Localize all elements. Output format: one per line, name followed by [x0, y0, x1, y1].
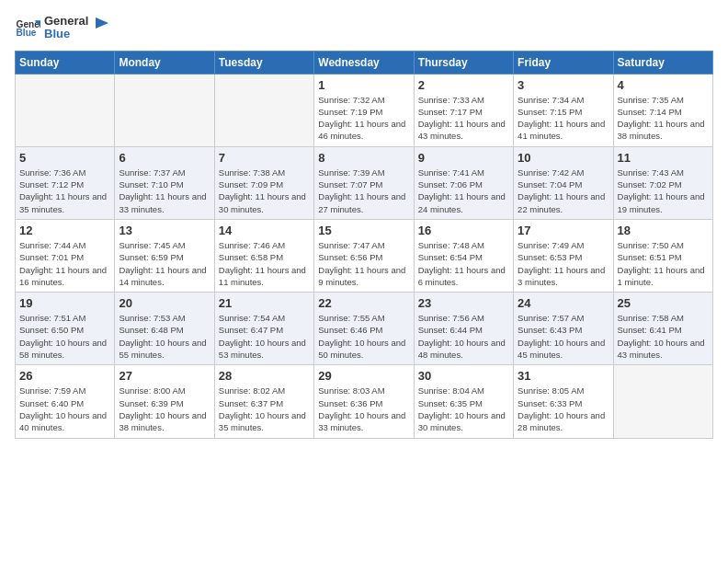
weekday-header-saturday: Saturday [613, 51, 712, 74]
day-info: Sunrise: 7:36 AM Sunset: 7:12 PM Dayligh… [19, 167, 110, 215]
calendar-cell: 9Sunrise: 7:41 AM Sunset: 7:06 PM Daylig… [414, 146, 513, 219]
calendar-cell: 21Sunrise: 7:54 AM Sunset: 6:47 PM Dayli… [214, 293, 313, 365]
day-number: 21 [219, 296, 310, 310]
day-info: Sunrise: 7:42 AM Sunset: 7:04 PM Dayligh… [518, 167, 609, 215]
day-number: 30 [418, 369, 509, 383]
calendar-week-row: 19Sunrise: 7:51 AM Sunset: 6:50 PM Dayli… [16, 293, 713, 365]
calendar-cell: 28Sunrise: 8:02 AM Sunset: 6:37 PM Dayli… [214, 365, 313, 438]
logo-icon: General Blue [15, 15, 40, 40]
weekday-header-sunday: Sunday [16, 51, 115, 74]
day-info: Sunrise: 7:34 AM Sunset: 7:15 PM Dayligh… [518, 94, 609, 143]
calendar-cell: 19Sunrise: 7:51 AM Sunset: 6:50 PM Dayli… [16, 293, 115, 365]
day-number: 4 [618, 78, 709, 92]
calendar-cell: 31Sunrise: 8:05 AM Sunset: 6:33 PM Dayli… [514, 365, 613, 438]
calendar-cell: 11Sunrise: 7:43 AM Sunset: 7:02 PM Dayli… [613, 146, 712, 219]
day-info: Sunrise: 7:39 AM Sunset: 7:07 PM Dayligh… [318, 167, 409, 215]
calendar-cell: 14Sunrise: 7:46 AM Sunset: 6:58 PM Dayli… [214, 219, 313, 292]
day-number: 29 [318, 369, 409, 383]
calendar-cell: 20Sunrise: 7:53 AM Sunset: 6:48 PM Dayli… [115, 293, 214, 365]
day-info: Sunrise: 7:57 AM Sunset: 6:43 PM Dayligh… [518, 312, 609, 361]
calendar-cell: 26Sunrise: 7:59 AM Sunset: 6:40 PM Dayli… [16, 365, 115, 438]
day-number: 28 [219, 369, 310, 383]
calendar-cell: 22Sunrise: 7:55 AM Sunset: 6:46 PM Dayli… [314, 293, 414, 365]
weekday-header-friday: Friday [514, 51, 613, 74]
day-info: Sunrise: 7:32 AM Sunset: 7:19 PM Dayligh… [318, 94, 409, 143]
calendar-cell: 24Sunrise: 7:57 AM Sunset: 6:43 PM Dayli… [514, 293, 613, 365]
day-info: Sunrise: 8:02 AM Sunset: 6:37 PM Dayligh… [219, 385, 310, 433]
day-info: Sunrise: 7:45 AM Sunset: 6:59 PM Dayligh… [119, 239, 210, 288]
calendar-cell: 5Sunrise: 7:36 AM Sunset: 7:12 PM Daylig… [16, 146, 115, 219]
day-number: 2 [418, 78, 509, 92]
day-number: 8 [318, 151, 409, 165]
page-header: General Blue General Blue [15, 15, 713, 41]
day-number: 1 [318, 78, 409, 92]
day-number: 13 [119, 224, 210, 237]
calendar-cell: 18Sunrise: 7:50 AM Sunset: 6:51 PM Dayli… [613, 219, 712, 292]
calendar-cell: 30Sunrise: 8:04 AM Sunset: 6:35 PM Dayli… [414, 365, 513, 438]
day-number: 5 [19, 151, 110, 165]
calendar-cell: 16Sunrise: 7:48 AM Sunset: 6:54 PM Dayli… [414, 219, 513, 292]
day-info: Sunrise: 7:43 AM Sunset: 7:02 PM Dayligh… [618, 167, 709, 215]
day-info: Sunrise: 7:51 AM Sunset: 6:50 PM Dayligh… [19, 312, 110, 361]
day-number: 31 [518, 369, 609, 383]
calendar-cell: 6Sunrise: 7:37 AM Sunset: 7:10 PM Daylig… [115, 146, 214, 219]
day-number: 23 [418, 296, 509, 310]
day-info: Sunrise: 7:50 AM Sunset: 6:51 PM Dayligh… [618, 239, 709, 288]
day-number: 16 [418, 224, 509, 237]
weekday-header-wednesday: Wednesday [314, 51, 414, 74]
day-info: Sunrise: 7:55 AM Sunset: 6:46 PM Dayligh… [318, 312, 409, 361]
day-number: 14 [219, 224, 310, 237]
calendar-cell: 29Sunrise: 8:03 AM Sunset: 6:36 PM Dayli… [314, 365, 414, 438]
day-info: Sunrise: 8:04 AM Sunset: 6:35 PM Dayligh… [418, 385, 509, 433]
calendar-cell: 15Sunrise: 7:47 AM Sunset: 6:56 PM Dayli… [314, 219, 414, 292]
calendar-cell: 4Sunrise: 7:35 AM Sunset: 7:14 PM Daylig… [613, 74, 712, 146]
day-number: 15 [318, 224, 409, 237]
day-info: Sunrise: 7:44 AM Sunset: 7:01 PM Dayligh… [19, 239, 110, 288]
day-info: Sunrise: 7:53 AM Sunset: 6:48 PM Dayligh… [119, 312, 210, 361]
day-number: 6 [119, 151, 210, 165]
weekday-header-monday: Monday [115, 51, 214, 74]
calendar-table: SundayMondayTuesdayWednesdayThursdayFrid… [15, 51, 713, 439]
day-number: 19 [19, 296, 110, 310]
day-number: 22 [318, 296, 409, 310]
day-info: Sunrise: 7:48 AM Sunset: 6:54 PM Dayligh… [418, 239, 509, 288]
calendar-cell: 8Sunrise: 7:39 AM Sunset: 7:07 PM Daylig… [314, 146, 414, 219]
day-number: 17 [518, 224, 609, 237]
day-info: Sunrise: 7:49 AM Sunset: 6:53 PM Dayligh… [518, 239, 609, 288]
calendar-cell: 13Sunrise: 7:45 AM Sunset: 6:59 PM Dayli… [115, 219, 214, 292]
calendar-cell [115, 74, 214, 146]
day-info: Sunrise: 7:58 AM Sunset: 6:41 PM Dayligh… [618, 312, 709, 361]
day-number: 12 [19, 224, 110, 237]
calendar-week-row: 26Sunrise: 7:59 AM Sunset: 6:40 PM Dayli… [16, 365, 713, 438]
calendar-cell: 3Sunrise: 7:34 AM Sunset: 7:15 PM Daylig… [514, 74, 613, 146]
calendar-cell: 17Sunrise: 7:49 AM Sunset: 6:53 PM Dayli… [514, 219, 613, 292]
svg-text:Blue: Blue [17, 29, 37, 39]
day-number: 25 [618, 296, 709, 310]
day-number: 26 [19, 369, 110, 383]
calendar-cell [613, 365, 712, 438]
calendar-cell: 7Sunrise: 7:38 AM Sunset: 7:09 PM Daylig… [214, 146, 313, 219]
day-info: Sunrise: 7:47 AM Sunset: 6:56 PM Dayligh… [318, 239, 409, 288]
day-info: Sunrise: 7:38 AM Sunset: 7:09 PM Dayligh… [219, 167, 310, 215]
day-number: 10 [518, 151, 609, 165]
day-info: Sunrise: 7:33 AM Sunset: 7:17 PM Dayligh… [418, 94, 509, 143]
logo-general-text: General [44, 15, 88, 28]
day-info: Sunrise: 8:00 AM Sunset: 6:39 PM Dayligh… [119, 385, 210, 433]
weekday-header-tuesday: Tuesday [214, 51, 313, 74]
svg-marker-3 [96, 17, 108, 29]
calendar-cell [214, 74, 313, 146]
day-number: 20 [119, 296, 210, 310]
calendar-week-row: 12Sunrise: 7:44 AM Sunset: 7:01 PM Dayli… [16, 219, 713, 292]
day-number: 24 [518, 296, 609, 310]
day-number: 18 [618, 224, 709, 237]
calendar-week-row: 5Sunrise: 7:36 AM Sunset: 7:12 PM Daylig… [16, 146, 713, 219]
calendar-cell: 23Sunrise: 7:56 AM Sunset: 6:44 PM Dayli… [414, 293, 513, 365]
logo: General Blue General Blue [15, 15, 108, 41]
weekday-header-row: SundayMondayTuesdayWednesdayThursdayFrid… [16, 51, 713, 74]
day-info: Sunrise: 7:54 AM Sunset: 6:47 PM Dayligh… [219, 312, 310, 361]
calendar-cell: 27Sunrise: 8:00 AM Sunset: 6:39 PM Dayli… [115, 365, 214, 438]
day-info: Sunrise: 7:59 AM Sunset: 6:40 PM Dayligh… [19, 385, 110, 433]
weekday-header-thursday: Thursday [414, 51, 513, 74]
calendar-cell: 25Sunrise: 7:58 AM Sunset: 6:41 PM Dayli… [613, 293, 712, 365]
calendar-week-row: 1Sunrise: 7:32 AM Sunset: 7:19 PM Daylig… [16, 74, 713, 146]
